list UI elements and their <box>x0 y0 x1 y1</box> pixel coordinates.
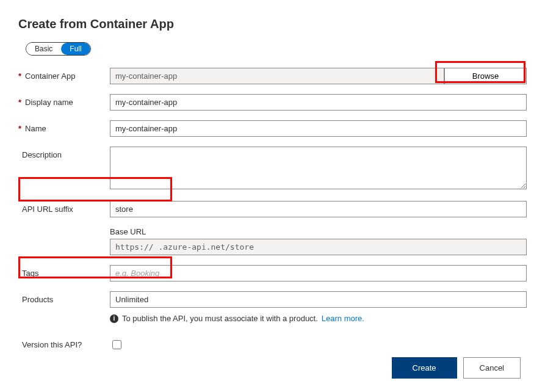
browse-button[interactable]: Browse <box>444 68 527 84</box>
version-api-checkbox[interactable] <box>112 340 121 349</box>
api-url-suffix-input[interactable] <box>110 201 527 217</box>
products-info-text: To publish the API, you must associate i… <box>122 314 318 323</box>
mode-full[interactable]: Full <box>61 43 90 55</box>
base-url-value: https:// .azure-api.net/store <box>110 239 527 255</box>
container-app-label: Container App <box>25 71 75 81</box>
learn-more-link[interactable]: Learn more. <box>322 314 364 323</box>
api-url-suffix-label: API URL suffix <box>22 205 73 214</box>
base-url-label: Base URL <box>110 227 527 236</box>
name-label: Name <box>25 124 46 133</box>
description-input[interactable] <box>110 147 527 189</box>
mode-basic[interactable]: Basic <box>26 43 61 55</box>
tags-label: Tags <box>22 269 38 278</box>
page-title: Create from Container App <box>18 17 527 31</box>
version-api-label: Version this API? <box>22 340 82 349</box>
required-star: * <box>18 124 21 133</box>
tags-input[interactable] <box>110 265 527 281</box>
name-input[interactable] <box>110 120 527 137</box>
products-input[interactable] <box>110 291 527 308</box>
products-label: Products <box>22 295 53 304</box>
description-label: Description <box>22 150 62 159</box>
display-name-label: Display name <box>25 98 73 107</box>
container-app-input[interactable] <box>110 68 444 84</box>
info-icon: i <box>110 314 118 323</box>
required-star: * <box>18 98 21 107</box>
create-button[interactable]: Create <box>392 357 457 379</box>
mode-toggle[interactable]: Basic Full <box>26 42 91 56</box>
display-name-input[interactable] <box>110 94 527 111</box>
cancel-button[interactable]: Cancel <box>463 357 521 379</box>
required-star: * <box>18 71 21 81</box>
